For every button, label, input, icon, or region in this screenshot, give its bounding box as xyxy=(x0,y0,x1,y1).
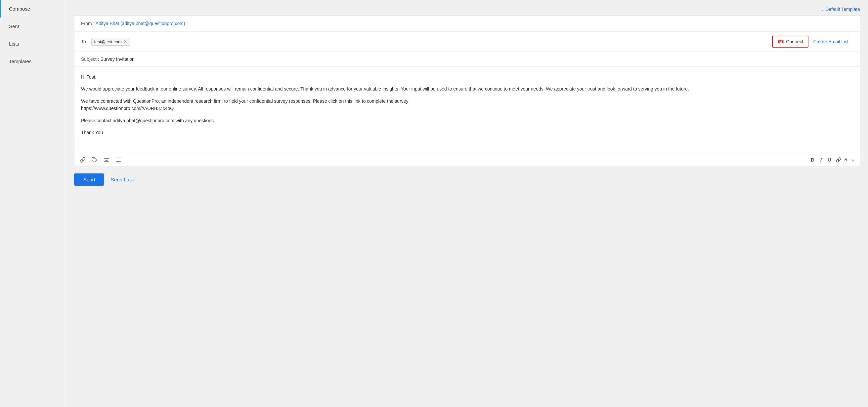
to-chip: test@test.com ✕ xyxy=(91,38,130,45)
toolbar-right: B I U S ↘ xyxy=(809,156,855,163)
gmail-icon xyxy=(777,38,784,45)
send-later-button[interactable]: Send Later xyxy=(111,177,135,182)
sidebar: Compose Sent Lists Templates xyxy=(0,0,66,407)
from-label: From : xyxy=(81,21,94,26)
italic-button[interactable]: I xyxy=(819,156,823,163)
email-body[interactable]: Hi Test, We would appreciate your feedba… xyxy=(74,67,860,152)
create-email-list-button[interactable]: Create Email List xyxy=(808,37,853,46)
svg-rect-3 xyxy=(104,158,109,161)
subject-value: Survey Invitation xyxy=(100,57,135,62)
sidebar-item-lists[interactable]: Lists xyxy=(0,35,66,53)
sidebar-item-sent[interactable]: Sent xyxy=(0,18,66,35)
resize-handle[interactable]: ↘ xyxy=(850,157,855,163)
body-para2: We have contracted with QuestionPro, an … xyxy=(81,97,853,112)
default-template-button[interactable]: ⌄ Default Template xyxy=(821,7,860,12)
subject-row: Subject : Survey Invitation xyxy=(74,52,860,67)
email-compose-card: From : Aditya Bhat (aditya.bhat@question… xyxy=(74,15,860,167)
body-para1: We would appreciate your feedback in our… xyxy=(81,85,853,93)
link-icon[interactable] xyxy=(80,157,86,163)
to-left: To : test@test.com ✕ xyxy=(81,38,772,45)
to-chip-close-icon[interactable]: ✕ xyxy=(124,40,127,44)
monitor-icon[interactable] xyxy=(116,157,121,163)
to-row: To : test@test.com ✕ Connect xyxy=(74,32,860,52)
to-label: To : xyxy=(81,39,89,44)
bold-button[interactable]: B xyxy=(809,156,816,163)
sidebar-item-templates[interactable]: Templates xyxy=(0,53,66,70)
subject-label: Subject : xyxy=(81,57,99,62)
connect-button[interactable]: Connect xyxy=(772,36,808,47)
to-actions: Connect Create Email List xyxy=(772,36,853,47)
tag-icon[interactable] xyxy=(92,157,98,163)
template-row: ⌄ Default Template xyxy=(74,7,860,12)
body-greeting: Hi Test, xyxy=(81,73,853,80)
underline-button[interactable]: U xyxy=(826,156,833,163)
svg-rect-9 xyxy=(116,158,121,162)
link-format-icon[interactable] xyxy=(836,157,841,163)
chevron-down-icon: ⌄ xyxy=(821,7,824,11)
connect-label: Connect xyxy=(786,39,803,44)
keyboard-icon[interactable] xyxy=(103,157,110,163)
body-signoff: Thank You xyxy=(81,129,853,136)
to-email-value: test@test.com xyxy=(94,39,122,44)
body-para3: Please contact aditya.bhat@questionpro.c… xyxy=(81,117,853,124)
from-value: Aditya Bhat (aditya.bhat@questionpro.com… xyxy=(96,21,185,26)
send-button[interactable]: Send xyxy=(74,173,104,186)
send-row: Send Send Later xyxy=(74,167,860,192)
main-content: ⌄ Default Template From : Aditya Bhat (a… xyxy=(66,0,868,407)
toolbar-left xyxy=(80,157,121,163)
from-row: From : Aditya Bhat (aditya.bhat@question… xyxy=(74,15,860,32)
strikethrough-icon[interactable]: S xyxy=(844,157,847,163)
sidebar-item-compose[interactable]: Compose xyxy=(0,0,66,18)
editor-toolbar: B I U S ↘ xyxy=(74,152,860,167)
